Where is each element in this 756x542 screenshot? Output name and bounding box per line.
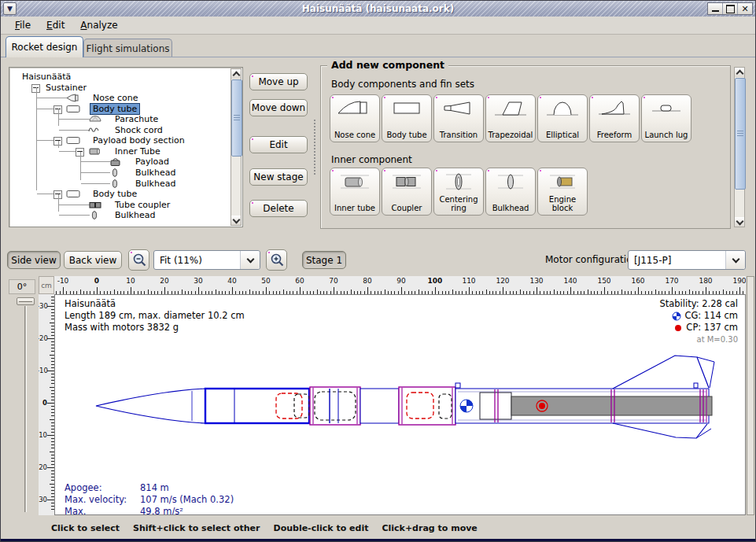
add-bulkhead-button[interactable]: Bulkhead (485, 168, 536, 216)
tree-item-haisun-t[interactable]: Haisunäätä (9, 72, 234, 82)
new-stage-button[interactable]: New stage (249, 168, 308, 186)
tree-item-bulkhead[interactable]: Bulkhead (9, 168, 234, 178)
stage-1-toggle[interactable]: Stage 1 (302, 251, 346, 269)
ruler-tick (63, 287, 64, 294)
add-inner-tube-button[interactable]: Inner tube (330, 168, 380, 216)
maximize-button[interactable] (722, 3, 737, 14)
tab-rocket-design[interactable]: Rocket design (6, 36, 83, 57)
add-component-title: Add new component (327, 59, 448, 71)
rocket-canvas[interactable]: Haisunäätä Length 189 cm, max. diameter … (54, 294, 746, 515)
canvas-vertical-scrollbar[interactable] (747, 276, 754, 515)
rotation-slider-track[interactable] (24, 306, 27, 512)
scroll-down-button[interactable] (231, 216, 241, 225)
move-up-button[interactable]: Move up (249, 73, 308, 90)
scroll-down-button[interactable] (735, 217, 744, 227)
menu-edit[interactable]: Edit (39, 18, 72, 32)
tree-item-inner-tube[interactable]: Inner Tube (9, 146, 234, 157)
zoom-out-button[interactable] (128, 249, 149, 271)
tree-item-tube-coupler[interactable]: Tube coupler (9, 200, 234, 210)
freeform-fin-icon (596, 99, 633, 118)
tree-item-payload-body-section[interactable]: Payload body section (9, 135, 234, 146)
add-launch-lug-button[interactable]: Launch lug (641, 94, 691, 142)
menu-analyze[interactable]: Analyze (72, 18, 125, 32)
component-button-label: Inner tube (334, 205, 375, 213)
zoom-level-value: Fit (11%) (154, 255, 240, 266)
close-button[interactable]: ✕ (737, 3, 752, 14)
side-view-button[interactable]: Side view (7, 251, 61, 269)
add-elliptical-button[interactable]: Elliptical (537, 94, 588, 142)
rocket-dimensions: Length 189 cm, max. diameter 10.2 cm (65, 310, 245, 322)
tree-item-label: Inner Tube (112, 146, 163, 157)
status-hint: Click to select (51, 523, 120, 533)
launch-lug-marker[interactable] (455, 383, 460, 388)
delete-button[interactable]: Delete (249, 200, 308, 217)
nose-cone-outline[interactable] (96, 389, 205, 423)
component-panel-scrollbar[interactable] (734, 67, 745, 227)
minimize-icon (712, 8, 719, 12)
launch-lug-marker[interactable] (694, 383, 698, 388)
panel-splitter[interactable] (313, 119, 317, 175)
combo-arrow[interactable] (725, 251, 745, 269)
tree-item-label: Nose cone (90, 93, 140, 103)
ruler-label: 160 (627, 277, 649, 285)
tree-item-label: Tube coupler (112, 200, 172, 210)
flight-value: 814 m (140, 482, 169, 494)
tree-item-shock-cord[interactable]: Shock cord (9, 125, 234, 135)
tree-item-sustainer[interactable]: Sustainer (9, 83, 234, 93)
window-menu-icon[interactable]: ▼ (3, 2, 17, 15)
tree-item-label: Parachute (112, 114, 160, 124)
tree-item-nose-cone[interactable]: Nose cone (9, 93, 234, 103)
tree-item-bulkhead[interactable]: Bulkhead (9, 179, 234, 189)
add-transition-button[interactable]: Transition (433, 94, 484, 142)
tree-connector (37, 140, 53, 141)
tree-item-body-tube[interactable]: Body tube (9, 104, 234, 114)
tree-item-body-tube[interactable]: Body tube (9, 189, 234, 199)
centering-ring-icon (440, 172, 478, 191)
component-button-label: Body tube (386, 131, 426, 140)
add-centering-ring-button[interactable]: Centering ring (433, 168, 484, 216)
tree-item-parachute[interactable]: Parachute (9, 114, 234, 124)
tree-connector (81, 183, 110, 184)
tree-scrollbar[interactable] (230, 68, 242, 226)
fin-lower-outline[interactable] (613, 423, 707, 438)
ruler-label: 120 (492, 277, 514, 285)
tree-connector (58, 141, 59, 148)
add-freeform-button[interactable]: Freeform (589, 94, 640, 142)
menu-file[interactable]: File (7, 18, 39, 32)
back-view-button[interactable]: Back view (64, 251, 122, 269)
add-body-tube-button[interactable]: Body tube (382, 94, 432, 142)
add-engine-block-button[interactable]: Engine block (537, 168, 588, 216)
add-nose-cone-button[interactable]: Nose cone (330, 94, 380, 142)
tree-connector (59, 215, 90, 216)
flight-label: Max. acceleration: (65, 506, 140, 515)
zoom-level-select[interactable]: Fit (11%) (153, 250, 260, 270)
add-coupler-button[interactable]: Coupler (382, 168, 432, 216)
tree-item-bulkhead[interactable]: Bulkhead (9, 210, 234, 220)
ruler-tick (47, 338, 54, 339)
body-tube-selected[interactable] (205, 389, 309, 423)
fin-lower-back-edge[interactable] (696, 429, 711, 438)
scroll-up-button[interactable] (735, 68, 744, 77)
component-button-label: Coupler (392, 205, 422, 213)
move-down-button[interactable]: Move down (249, 99, 308, 116)
tree-connector (37, 109, 53, 109)
bulkhead-icon (492, 172, 529, 191)
title-bar: Haisunäätä (haisunaata.ork) (1, 1, 755, 17)
edit-button[interactable]: Edit (249, 136, 308, 153)
ruler-label: 190 (728, 277, 746, 285)
add-trapezoidal-button[interactable]: Trapezoidal (485, 94, 536, 142)
combo-arrow[interactable] (240, 251, 260, 269)
tree-item-payload[interactable]: Payload (9, 157, 234, 167)
rotation-slider-handle[interactable] (17, 297, 35, 305)
component-tree[interactable]: HaisunäätäSustainerNose coneBody tubePar… (9, 67, 243, 227)
zoom-in-button[interactable] (266, 249, 287, 271)
motor-configuration-select[interactable]: [J115-P] (628, 250, 746, 270)
body-tube-mid[interactable] (360, 389, 399, 423)
fin-upper-back-edge[interactable] (697, 357, 714, 388)
window-title: Haisunäätä (haisunaata.ork) (1, 1, 755, 17)
scrollbar-thumb[interactable] (735, 78, 746, 190)
scroll-up-button[interactable] (231, 69, 241, 79)
scrollbar-thumb[interactable] (231, 79, 242, 157)
tab-flight-simulations[interactable]: Flight simulations (83, 39, 172, 57)
minimize-button[interactable] (708, 3, 722, 14)
